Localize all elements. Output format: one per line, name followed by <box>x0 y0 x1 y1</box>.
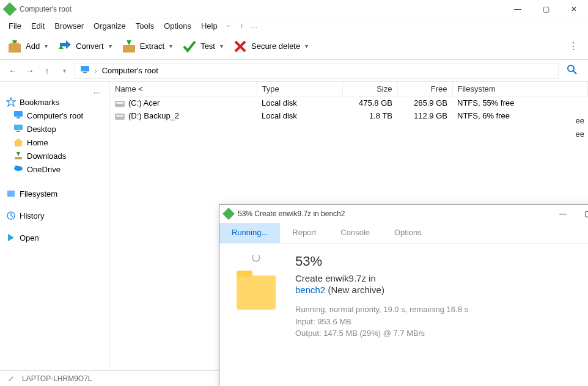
toolbar-overflow-icon[interactable]: ⋮ <box>562 40 584 52</box>
dialog-minimize-button[interactable]: — <box>551 205 575 222</box>
nav-back-icon[interactable]: ← <box>6 64 20 78</box>
col-size[interactable]: Size <box>342 82 397 96</box>
maximize-button[interactable]: ▢ <box>532 0 560 18</box>
menu-browser[interactable]: Browser <box>50 20 89 32</box>
chevron-down-icon[interactable]: ▾ <box>169 43 172 49</box>
clock-icon <box>6 211 16 220</box>
tab-running[interactable]: Running... <box>219 223 280 243</box>
tab-options[interactable]: Options <box>382 223 434 243</box>
chevron-down-icon[interactable]: ▾ <box>45 43 48 49</box>
chevron-down-icon[interactable]: ▾ <box>220 43 223 49</box>
main-area: … Bookmarks Computer's root Desktop Home… <box>0 82 588 370</box>
sidebar-item-home[interactable]: Home <box>2 136 107 149</box>
desktop-icon <box>13 124 23 134</box>
table-row[interactable]: (C:) Acer Local disk 475.8 GB 265.9 GB N… <box>110 96 588 110</box>
convert-icon <box>57 39 72 54</box>
sidebar-history[interactable]: History <box>2 209 107 222</box>
sidebar-item-label: OneDrive <box>27 165 61 174</box>
detail-status: Running, normal priority, 19.0 s, remain… <box>295 304 588 316</box>
test-button[interactable]: Test ▾ <box>178 37 227 56</box>
column-headers[interactable]: Name < Type Size Free Filesystem <box>110 82 588 96</box>
nav-forward-icon[interactable]: → <box>23 64 37 78</box>
sidebar-item-label: Downloads <box>27 151 66 161</box>
svg-rect-13 <box>14 125 23 130</box>
progress-dialog: 53% Create enwik9.7z in bench2 — ▢ ✕ Run… <box>219 204 588 386</box>
svg-rect-0 <box>9 44 21 53</box>
nav-up-icon[interactable]: ↑ <box>40 64 54 78</box>
svg-marker-5 <box>127 40 131 45</box>
sidebar-item-root[interactable]: Computer's root <box>2 109 107 122</box>
path-box[interactable]: › Computer's root <box>75 63 559 79</box>
window-controls: — ▢ ✕ <box>504 0 588 18</box>
menu-up-arrow-icon[interactable]: ↑ <box>237 21 248 31</box>
sidebar-item-downloads[interactable]: Downloads <box>2 149 107 162</box>
sidebar-overflow-icon[interactable]: … <box>2 86 107 95</box>
dialog-titlebar: 53% Create enwik9.7z in bench2 — ▢ ✕ <box>219 205 588 223</box>
cell-size: 1.8 TB <box>342 109 397 122</box>
menu-edit[interactable]: Edit <box>26 20 50 32</box>
obscured-row-fragment: ee <box>576 129 584 139</box>
menu-back-arrow-icon[interactable]: ← <box>222 21 237 31</box>
dialog-info-column: 53% Create enwik9.7z in bench2 (New arch… <box>295 253 588 386</box>
menu-options[interactable]: Options <box>159 20 196 32</box>
secure-delete-button[interactable]: Secure delete ▾ <box>229 37 312 56</box>
history-label: History <box>20 211 44 220</box>
action-line: Create enwik9.7z in <box>295 273 588 283</box>
dialog-maximize-button[interactable]: ▢ <box>575 205 588 222</box>
menu-tools[interactable]: Tools <box>131 20 159 32</box>
sidebar-item-label: Computer's root <box>27 111 83 120</box>
menu-organize[interactable]: Organize <box>89 20 131 32</box>
cell-free: 112.9 GB <box>397 109 452 122</box>
progress-percent: 53% <box>295 253 588 269</box>
search-icon[interactable] <box>567 65 577 76</box>
expand-icon[interactable]: ⤢ <box>6 374 16 383</box>
col-name[interactable]: Name < <box>110 82 257 96</box>
checkmark-icon <box>182 39 197 54</box>
table-row[interactable]: (D:) Backup_2 Local disk 1.8 TB 112.9 GB… <box>110 109 588 122</box>
status-hostname: LAPTOP-LHRM9O7L <box>22 374 92 383</box>
convert-button[interactable]: Convert ▾ <box>54 37 116 56</box>
sidebar-filesystem[interactable]: Filesystem <box>2 187 107 200</box>
extract-button[interactable]: Extract ▾ <box>118 37 176 56</box>
sidebar-bookmarks[interactable]: Bookmarks <box>2 95 107 109</box>
dialog-tabs: Running... Report Console Options <box>219 223 588 244</box>
svg-point-19 <box>15 166 18 169</box>
menu-file[interactable]: File <box>4 20 26 32</box>
detail-lines: Running, normal priority, 19.0 s, remain… <box>295 304 588 340</box>
sidebar-item-desktop[interactable]: Desktop <box>2 122 107 136</box>
svg-marker-17 <box>17 152 20 156</box>
dropdown-chevron-icon[interactable]: ▾ <box>57 64 71 78</box>
tab-console[interactable]: Console <box>328 223 382 243</box>
target-link[interactable]: bench2 <box>295 285 325 295</box>
sidebar-open[interactable]: Open <box>2 231 107 244</box>
cell-size: 475.8 GB <box>342 96 397 110</box>
add-button[interactable]: Add ▾ <box>4 37 51 56</box>
add-label: Add <box>26 42 40 51</box>
col-type[interactable]: Type <box>257 82 342 96</box>
home-icon <box>13 137 23 147</box>
svg-rect-20 <box>7 191 15 197</box>
menu-help[interactable]: Help <box>196 20 222 32</box>
dialog-icon-column <box>232 253 281 386</box>
bookmarks-label: Bookmarks <box>20 98 59 107</box>
spinner-icon <box>252 253 260 262</box>
play-icon <box>6 233 16 242</box>
minimize-button[interactable]: — <box>504 0 532 18</box>
file-list: Name < Type Size Free Filesystem (C:) Ac… <box>110 82 588 370</box>
drive-icon <box>6 189 16 198</box>
menu-overflow-icon[interactable]: … <box>247 21 261 31</box>
tab-report[interactable]: Report <box>280 223 328 243</box>
chevron-down-icon[interactable]: ▾ <box>305 43 308 49</box>
chevron-down-icon[interactable]: ▾ <box>109 43 112 49</box>
svg-line-9 <box>573 71 576 74</box>
sidebar-item-onedrive[interactable]: OneDrive <box>2 162 107 176</box>
close-button[interactable]: ✕ <box>560 0 588 18</box>
cell-name: (C:) Acer <box>128 98 160 107</box>
col-free[interactable]: Free <box>397 82 452 96</box>
monitor-icon <box>13 111 23 120</box>
col-fs[interactable]: Filesystem <box>452 82 588 96</box>
sidebar-item-label: Home <box>27 138 48 147</box>
svg-rect-4 <box>123 45 135 53</box>
svg-marker-15 <box>14 139 23 146</box>
box-add-icon <box>7 39 22 54</box>
